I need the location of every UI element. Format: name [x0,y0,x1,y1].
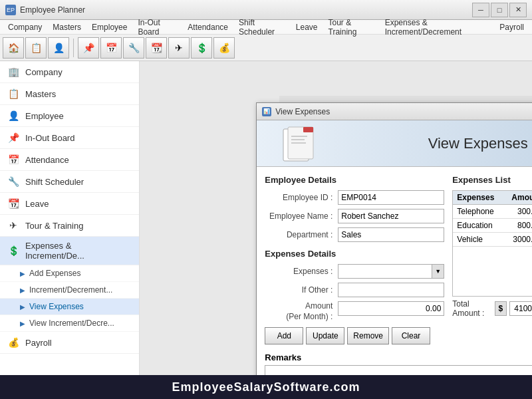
tour-icon: ✈ [7,219,20,232]
total-currency-symbol: $ [495,301,507,316]
clear-button[interactable]: Clear [392,327,430,344]
attendance-icon: 📅 [7,153,20,166]
remove-button[interactable]: Remove [347,327,389,344]
title-bar-controls: ─ □ ✕ [472,3,527,17]
sidebar-sub-label-inc: Increment/Decrement... [29,285,112,295]
employee-id-input[interactable] [338,190,444,205]
menu-masters[interactable]: Masters [47,21,86,33]
toolbar-btn-10[interactable]: 💰 [213,37,235,59]
dialog-header-title: View Expenses [428,135,528,152]
toolbar-btn-7[interactable]: 📆 [146,37,167,59]
sidebar-label-inout: In-Out Board [25,133,74,143]
dialog-overlay: 📊 View Expenses ✕ [279,96,532,375]
if-other-label: If Other : [265,285,338,295]
sidebar-item-shift[interactable]: 🔧 Shift Scheduler [0,171,139,193]
menu-employee[interactable]: Employee [86,21,132,33]
table-row[interactable]: Vehicle3000.00 [453,233,532,247]
expenses-table-container[interactable]: Expenses Amount Telephone300.00Education… [452,190,532,297]
sidebar-sub-add-expenses[interactable]: ▶ Add Expenses [0,265,139,282]
employee-icon: 👤 [7,109,20,122]
if-other-input[interactable] [338,283,444,297]
expense-name-cell: Education [453,219,503,233]
sidebar-label-company: Company [25,67,63,77]
table-row[interactable]: Telephone300.00 [453,205,532,219]
menu-attendance[interactable]: Attendance [182,21,233,33]
update-expense-button[interactable]: Update [306,327,344,344]
sidebar-item-payroll[interactable]: 💰 Payroll [0,332,139,354]
add-button[interactable]: Add [265,327,303,344]
amount-input[interactable] [338,301,444,316]
toolbar-btn-3[interactable]: 👤 [48,37,69,59]
dialog-right-panel: Expenses List Expenses Amount [452,175,532,344]
title-bar-left: EP Employee Planner [5,5,85,15]
menu-company[interactable]: Company [3,21,47,33]
sidebar-label-tour: Tour & Training [25,221,83,231]
dialog-header-image [277,124,323,164]
svg-rect-4 [291,142,306,144]
sidebar-sub-label-add: Add Expenses [29,269,80,278]
sidebar-item-company[interactable]: 🏢 Company [0,61,139,83]
svg-rect-2 [291,136,307,137]
sidebar-item-employee[interactable]: 👤 Employee [0,105,139,127]
menu-expenses[interactable]: Expenses & Increment/Decrement [380,17,495,38]
expense-amount-cell: 300.00 [503,205,532,219]
toolbar-btn-8[interactable]: ✈ [168,37,190,59]
app-title: Employee Planner [20,5,85,15]
close-button[interactable]: ✕ [509,3,527,17]
sidebar-item-masters[interactable]: 📋 Masters [0,83,139,105]
amount-row: Amount (Per Month) : [265,301,444,322]
toolbar-btn-6[interactable]: 🔧 [123,37,144,59]
svg-rect-3 [291,139,305,140]
maximize-button[interactable]: □ [491,3,508,17]
if-other-row: If Other : [265,283,444,297]
sidebar-label-masters: Masters [25,89,56,99]
expenses-select[interactable]: ▼ [338,264,444,279]
col-amount: Amount [503,191,532,205]
toolbar: 🏠 📋 👤 📌 📅 🔧 📆 ✈ 💲 💰 [0,35,532,61]
total-value: 4100.00 [509,301,532,316]
expenses-label: Expenses : [265,267,338,276]
dialog-header: View Expenses [257,120,532,167]
toolbar-btn-5[interactable]: 📅 [100,37,122,59]
sidebar-sub-view-increment[interactable]: ▶ View Increment/Decre... [0,315,139,332]
remarks-label: Remarks [265,352,532,362]
dialog-title-bar: 📊 View Expenses ✕ [257,103,532,120]
sidebar-item-leave[interactable]: 📆 Leave [0,193,139,215]
toolbar-btn-2[interactable]: 📋 [25,37,47,59]
sidebar-sub-view-expenses[interactable]: ▶ View Expenses [0,299,139,315]
sidebar: 🏢 Company 📋 Masters 👤 Employee 📌 In-Out … [0,61,140,399]
expenses-row: Expenses : ▼ [265,264,444,279]
menu-leave[interactable]: Leave [291,21,323,33]
sidebar-label-payroll: Payroll [25,338,52,348]
menu-inout[interactable]: In-Out Board [132,17,182,38]
payroll-icon: 💰 [7,336,20,349]
toolbar-btn-1[interactable]: 🏠 [3,37,24,59]
menu-tour[interactable]: Tour & Training [323,17,380,38]
department-label: Department : [265,230,338,239]
amount-label: Amount (Per Month) : [265,301,338,322]
sidebar-item-inout[interactable]: 📌 In-Out Board [0,127,139,149]
sub-arrow-1: ▶ [20,270,25,277]
content-area: 📊 View Expenses ✕ [140,61,532,399]
inout-icon: 📌 [7,131,20,144]
sidebar-item-tour[interactable]: ✈ Tour & Training [0,215,139,237]
menu-shift[interactable]: Shift Scheduler [233,17,291,38]
menu-payroll[interactable]: Payroll [494,21,529,33]
sidebar-item-attendance[interactable]: 📅 Attendance [0,149,139,171]
sidebar-sub-increment[interactable]: ▶ Increment/Decrement... [0,282,139,299]
table-row[interactable]: Education800.00 [453,219,532,233]
minimize-button[interactable]: ─ [472,3,489,17]
employee-name-input[interactable] [338,209,444,223]
sub-arrow-2: ▶ [20,287,25,294]
expenses-table: Expenses Amount Telephone300.00Education… [453,191,532,247]
menu-bar: Company Masters Employee In-Out Board At… [0,20,532,35]
employee-id-label: Employee ID : [265,193,338,202]
sidebar-item-expenses[interactable]: 💲 Expenses & Increment/De... [0,237,139,265]
sidebar-sub-label-view-inc: View Increment/Decre... [29,319,114,328]
toolbar-btn-4[interactable]: 📌 [78,37,99,59]
expenses-dropdown-arrow[interactable]: ▼ [432,265,444,278]
main-layout: 🏢 Company 📋 Masters 👤 Employee 📌 In-Out … [0,61,532,399]
employee-details-header: Employee Details [265,175,444,185]
department-input[interactable] [338,227,444,242]
toolbar-btn-9[interactable]: 💲 [191,37,212,59]
